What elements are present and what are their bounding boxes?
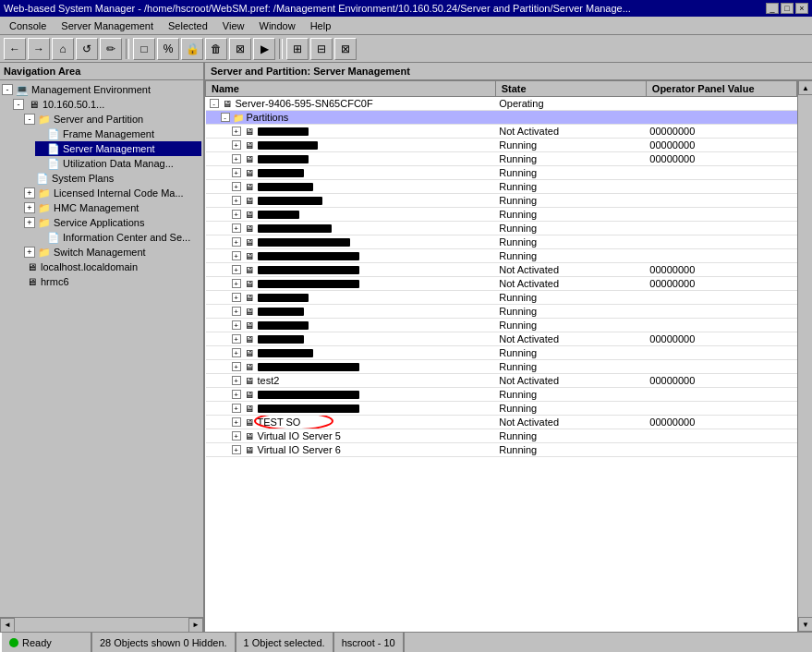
- toggle-mgmt-env[interactable]: -: [2, 84, 13, 95]
- hscroll-left[interactable]: ◄: [0, 618, 15, 633]
- table-row[interactable]: +🖥Not Activated00000000: [206, 332, 797, 346]
- data-table-wrapper[interactable]: Name State Operator Panel Value -🖥Server…: [205, 80, 797, 632]
- toggle-service[interactable]: +: [24, 217, 35, 228]
- nav-item-hrmc6[interactable]: 🖥 hrmc6: [13, 274, 201, 289]
- refresh-button[interactable]: ↺: [76, 38, 98, 60]
- table-row[interactable]: +🖥Not Activated00000000: [206, 263, 797, 277]
- copy-button[interactable]: □: [133, 38, 155, 60]
- nav-item-switch-mgmt[interactable]: + 📁 Switch Management: [24, 245, 201, 260]
- expand-button[interactable]: +: [232, 223, 241, 233]
- expand-button[interactable]: +: [232, 140, 241, 150]
- table-row[interactable]: +🖥Running00000000: [206, 139, 797, 152]
- expand-button[interactable]: +: [232, 182, 241, 191]
- table-row[interactable]: +🖥Running: [206, 360, 797, 374]
- expand-button[interactable]: +: [232, 431, 241, 441]
- grid1-button[interactable]: ⊞: [286, 38, 309, 60]
- expand-button[interactable]: +: [232, 404, 241, 413]
- table-row[interactable]: +🖥Virtual IO Server 6Running: [206, 443, 797, 457]
- minimize-button[interactable]: _: [766, 3, 779, 14]
- expand-button[interactable]: +: [232, 348, 241, 357]
- nav-item-licensed[interactable]: + 📁 Licensed Internal Code Ma...: [24, 186, 201, 200]
- lock-button[interactable]: 🔒: [181, 38, 203, 60]
- toggle-hmc[interactable]: +: [24, 202, 35, 213]
- delete-button[interactable]: 🗑: [205, 38, 227, 60]
- forward-button[interactable]: →: [28, 38, 50, 60]
- toggle-server-partition[interactable]: -: [24, 114, 35, 125]
- hscroll-right[interactable]: ►: [188, 618, 203, 633]
- table-row[interactable]: +🖥Running: [206, 208, 797, 222]
- expand-button[interactable]: +: [232, 320, 241, 330]
- toggle-server1[interactable]: -: [13, 99, 24, 110]
- nav-item-hmc[interactable]: + 📁 HMC Management: [24, 200, 201, 215]
- nav-item-server-mgmt[interactable]: 📄 Server Management: [35, 141, 201, 156]
- menu-console[interactable]: Console: [4, 18, 52, 33]
- expand-button[interactable]: +: [232, 279, 241, 288]
- table-row[interactable]: +🖥Not Activated00000000: [206, 125, 797, 139]
- table-row[interactable]: +🖥Running: [206, 166, 797, 180]
- vscroll-up[interactable]: ▲: [798, 80, 812, 95]
- edit-button[interactable]: ✏: [100, 38, 122, 60]
- table-row[interactable]: -🖥Server-9406-595-SN65CFC0FOperating: [206, 97, 797, 111]
- table-row[interactable]: +🖥Running: [206, 388, 797, 402]
- expand-button[interactable]: -: [221, 113, 230, 122]
- nav-item-frame-mgmt[interactable]: 📄 Frame Management: [35, 127, 201, 141]
- nav-tree[interactable]: - 💻 Management Environment - 🖥 10.160.50…: [0, 80, 203, 617]
- table-row[interactable]: +🖥Running: [206, 402, 797, 416]
- nav-item-system-plans[interactable]: 📄 System Plans: [24, 171, 201, 186]
- grid3-button[interactable]: ⊠: [334, 38, 357, 60]
- menu-window[interactable]: Window: [254, 18, 301, 33]
- table-row[interactable]: +🖥test2Not Activated00000000: [206, 374, 797, 388]
- expand-button[interactable]: +: [232, 376, 241, 385]
- back-button[interactable]: ←: [4, 38, 26, 60]
- expand-button[interactable]: +: [232, 334, 241, 344]
- expand-button[interactable]: +: [232, 445, 241, 454]
- nav-item-service-apps[interactable]: + 📁 Service Applications: [24, 215, 201, 230]
- nav-item-server-partition[interactable]: - 📁 Server and Partition: [24, 112, 201, 127]
- grid2-button[interactable]: ⊟: [310, 38, 333, 60]
- table-row[interactable]: +🖥Running: [206, 319, 797, 332]
- table-row[interactable]: +🖥Running: [206, 235, 797, 249]
- expand-button[interactable]: -: [210, 99, 219, 108]
- expand-button[interactable]: +: [232, 417, 241, 427]
- nav-item-info-center[interactable]: 📄 Information Center and Se...: [35, 230, 201, 245]
- vscroll-down[interactable]: ▼: [798, 617, 812, 632]
- table-row[interactable]: +🖥Running: [206, 222, 797, 235]
- toggle-licensed[interactable]: +: [24, 187, 35, 199]
- table-row[interactable]: +🖥Running: [206, 194, 797, 208]
- menu-help[interactable]: Help: [305, 18, 337, 33]
- expand-button[interactable]: +: [232, 251, 241, 260]
- expand-button[interactable]: +: [232, 168, 241, 177]
- nav-item-mgmt-env[interactable]: - 💻 Management Environment: [2, 82, 201, 97]
- home-button[interactable]: ⌂: [52, 38, 74, 60]
- menu-selected[interactable]: Selected: [163, 18, 213, 33]
- table-row[interactable]: +🖥Running: [206, 305, 797, 319]
- expand-button[interactable]: +: [232, 237, 241, 247]
- menu-view[interactable]: View: [217, 18, 250, 33]
- close-button[interactable]: ×: [795, 3, 808, 14]
- table-row[interactable]: -📁Partitions: [206, 111, 797, 125]
- expand-button[interactable]: +: [232, 362, 241, 371]
- expand-button[interactable]: +: [232, 307, 241, 316]
- table-row[interactable]: +🖥Running: [206, 291, 797, 305]
- expand-button[interactable]: +: [232, 127, 241, 136]
- toggle-switch[interactable]: +: [24, 247, 35, 258]
- nav-item-server1[interactable]: - 🖥 10.160.50.1...: [13, 97, 201, 112]
- expand-button[interactable]: +: [232, 210, 241, 219]
- expand-button[interactable]: +: [232, 265, 241, 274]
- expand-button[interactable]: +: [232, 390, 241, 399]
- expand-button[interactable]: +: [232, 196, 241, 205]
- table-row[interactable]: +🖥Running: [206, 249, 797, 263]
- table-row[interactable]: +🖥Running00000000: [206, 152, 797, 166]
- delete2-button[interactable]: ⊠: [229, 38, 251, 60]
- table-row[interactable]: +🖥TEST SONot Activated00000000: [206, 416, 797, 429]
- nav-item-localhost[interactable]: 🖥 localhost.localdomain: [13, 260, 201, 274]
- percent-button[interactable]: %: [157, 38, 179, 60]
- expand-button[interactable]: +: [232, 293, 241, 302]
- expand-button[interactable]: +: [232, 154, 241, 163]
- table-row[interactable]: +🖥Virtual IO Server 5Running: [206, 429, 797, 443]
- nav-item-util-data[interactable]: 📄 Utilization Data Manag...: [35, 156, 201, 171]
- run-button[interactable]: ▶: [253, 38, 275, 60]
- table-row[interactable]: +🖥Running: [206, 346, 797, 360]
- table-row[interactable]: +🖥Running: [206, 180, 797, 194]
- maximize-button[interactable]: □: [781, 3, 794, 14]
